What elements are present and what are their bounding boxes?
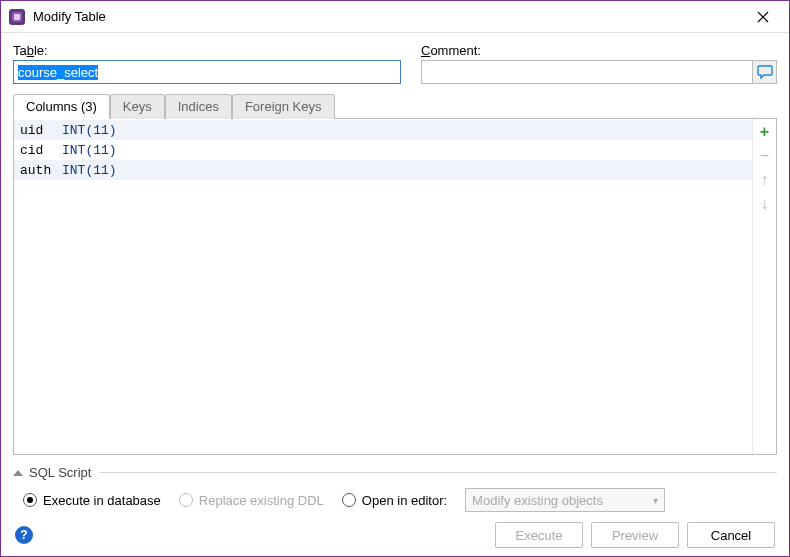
- remove-column-button[interactable]: −: [754, 145, 776, 167]
- column-row[interactable]: cid INT(11): [14, 140, 752, 160]
- tab-foreign-keys[interactable]: Foreign Keys: [232, 94, 335, 119]
- divider: [99, 472, 777, 473]
- radio-open-in-editor[interactable]: Open in editor:: [342, 493, 447, 508]
- help-button[interactable]: ?: [15, 526, 33, 544]
- field-row: Table: course_select Comment:: [13, 43, 777, 84]
- titlebar: Modify Table: [1, 1, 789, 33]
- dialog-footer: ? Execute Preview Cancel: [13, 516, 777, 550]
- move-down-button[interactable]: ↓: [754, 193, 776, 215]
- app-icon: [9, 9, 25, 25]
- table-name-input[interactable]: course_select: [13, 60, 401, 84]
- svg-rect-1: [14, 14, 20, 20]
- chevron-down-icon: ▾: [653, 495, 658, 506]
- radio-icon: [342, 493, 356, 507]
- radio-icon: [179, 493, 193, 507]
- radio-execute-in-database[interactable]: Execute in database: [23, 493, 161, 508]
- tab-indices[interactable]: Indices: [165, 94, 232, 119]
- cancel-button[interactable]: Cancel: [687, 522, 775, 548]
- tab-keys[interactable]: Keys: [110, 94, 165, 119]
- move-up-button[interactable]: ↑: [754, 169, 776, 191]
- modify-table-dialog: Modify Table Table: course_select Commen…: [0, 0, 790, 557]
- script-options-row: Execute in database Replace existing DDL…: [13, 480, 777, 516]
- execute-button[interactable]: Execute: [495, 522, 583, 548]
- comment-field: Comment:: [421, 43, 777, 84]
- tab-columns[interactable]: Columns (3): [13, 94, 110, 119]
- radio-replace-existing-ddl: Replace existing DDL: [179, 493, 324, 508]
- column-row[interactable]: uid INT(11): [14, 120, 752, 140]
- tabs: Columns (3) Keys Indices Foreign Keys: [13, 94, 777, 119]
- preview-button[interactable]: Preview: [591, 522, 679, 548]
- radio-icon: [23, 493, 37, 507]
- window-title: Modify Table: [33, 9, 745, 24]
- content: Table: course_select Comment: Columns (3…: [1, 33, 789, 556]
- table-label: Table:: [13, 43, 401, 58]
- collapse-triangle-icon: [13, 470, 23, 476]
- comment-expand-button[interactable]: [753, 60, 777, 84]
- sql-script-label: SQL Script: [29, 465, 91, 480]
- table-field: Table: course_select: [13, 43, 401, 84]
- columns-list[interactable]: uid INT(11) cid INT(11) auth INT(11): [14, 119, 752, 454]
- comment-input[interactable]: [421, 60, 753, 84]
- close-button[interactable]: [745, 1, 781, 32]
- column-row[interactable]: auth INT(11): [14, 160, 752, 180]
- columns-area: uid INT(11) cid INT(11) auth INT(11) + −…: [13, 119, 777, 455]
- comment-label: Comment:: [421, 43, 777, 58]
- sql-script-header[interactable]: SQL Script: [13, 465, 777, 480]
- editor-target-combo[interactable]: Modify existing objects ▾: [465, 488, 665, 512]
- add-column-button[interactable]: +: [754, 121, 776, 143]
- columns-toolbar: + − ↑ ↓: [752, 119, 776, 454]
